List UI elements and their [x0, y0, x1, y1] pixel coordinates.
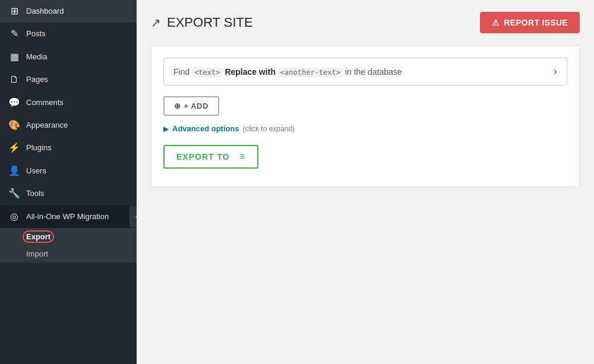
add-icon: ⊕ [174, 102, 181, 110]
replace-placeholder: <another-text> [278, 68, 343, 77]
replace-with-label: Replace with [225, 67, 277, 77]
export-to-label: EXPORT TO [176, 152, 230, 162]
add-button[interactable]: ⊕ + ADD [163, 96, 219, 116]
export-label: Export [26, 232, 50, 241]
pages-icon: 🗋 [8, 73, 20, 86]
find-replace-bar[interactable]: Find <text> Replace with <another-text> … [163, 58, 567, 86]
report-issue-icon: ⚠ [492, 18, 500, 27]
sidebar-item-appearance[interactable]: 🎨 Appearance [0, 114, 137, 137]
import-label: Import [26, 249, 48, 258]
sidebar-item-media[interactable]: ▦ Media [0, 46, 137, 68]
content-panel: Find <text> Replace with <another-text> … [151, 45, 580, 187]
sidebar-item-allinone[interactable]: ◎ All-in-One WP Migration ‹ [0, 205, 137, 228]
sidebar-item-label: Tools [26, 188, 44, 199]
sidebar-item-pages[interactable]: 🗋 Pages [0, 68, 137, 91]
page-title: ↗ EXPORT SITE [151, 15, 253, 30]
sidebar-item-posts[interactable]: ✎ Posts [0, 23, 137, 45]
export-to-button[interactable]: EXPORT TO ≡ [163, 145, 258, 169]
in-database-label: in the database [345, 67, 402, 77]
sidebar-submenu: Export Import [0, 228, 137, 262]
sidebar-item-label: Appearance [26, 120, 68, 131]
appearance-icon: 🎨 [8, 119, 20, 132]
media-icon: ▦ [8, 50, 20, 64]
sidebar-item-label: Plugins [26, 143, 52, 153]
advanced-options: ▶ Advanced options (click to expand) [163, 124, 567, 133]
find-replace-text: Find <text> Replace with <another-text> … [173, 67, 402, 77]
sidebar-item-label: Pages [26, 74, 48, 85]
sidebar-item-label: All-in-One WP Migration [26, 211, 109, 222]
sidebar-collapse-arrow[interactable]: ‹ [129, 206, 137, 227]
comments-icon: 💬 [8, 96, 20, 109]
sidebar-item-comments[interactable]: 💬 Comments [0, 91, 137, 114]
sidebar: ⊞ Dashboard ✎ Posts ▦ Media 🗋 Pages 💬 Co… [0, 0, 137, 364]
find-placeholder: <text> [192, 68, 222, 77]
page-title-text: EXPORT SITE [167, 15, 253, 30]
sidebar-item-dashboard[interactable]: ⊞ Dashboard [0, 0, 137, 23]
sidebar-item-users[interactable]: 👤 Users [0, 160, 137, 182]
export-site-icon: ↗ [151, 15, 161, 30]
users-icon: 👤 [8, 164, 20, 178]
sidebar-subitem-import[interactable]: Import [0, 245, 137, 262]
sidebar-item-tools[interactable]: 🔧 Tools [0, 182, 137, 205]
dashboard-icon: ⊞ [8, 5, 20, 18]
tools-icon: 🔧 [8, 187, 20, 200]
chevron-right-icon: › [554, 65, 557, 78]
sidebar-item-label: Dashboard [26, 6, 64, 17]
sidebar-item-label: Users [26, 166, 46, 176]
sidebar-item-label: Media [26, 52, 47, 62]
advanced-arrow-icon: ▶ [163, 125, 169, 133]
main-content: ↗ EXPORT SITE ⚠ REPORT ISSUE Find <text>… [137, 0, 594, 364]
report-issue-label: REPORT ISSUE [504, 18, 568, 27]
plugins-icon: ⚡ [8, 141, 20, 154]
page-header: ↗ EXPORT SITE ⚠ REPORT ISSUE [151, 12, 580, 33]
sidebar-subitem-export[interactable]: Export [0, 228, 137, 245]
add-label: + ADD [184, 102, 208, 110]
advanced-sub-text: (click to expand) [243, 125, 295, 133]
sidebar-item-label: Posts [26, 29, 46, 39]
allinone-icon: ◎ [8, 210, 20, 223]
sidebar-item-label: Comments [26, 97, 64, 108]
hamburger-icon: ≡ [239, 152, 245, 162]
sidebar-item-plugins[interactable]: ⚡ Plugins [0, 137, 137, 159]
posts-icon: ✎ [8, 27, 20, 40]
advanced-options-link[interactable]: Advanced options [172, 124, 239, 133]
report-issue-button[interactable]: ⚠ REPORT ISSUE [480, 12, 580, 33]
